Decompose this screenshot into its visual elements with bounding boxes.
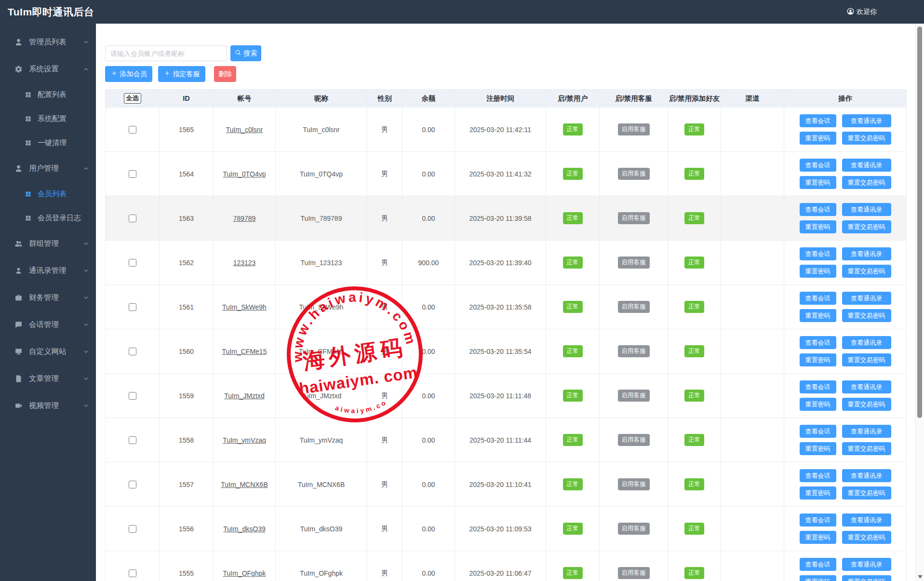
friend-status-badge[interactable]: 正常 bbox=[684, 434, 704, 446]
account-link[interactable]: TuIm_MCNX6B bbox=[221, 481, 268, 488]
sidebar-item-finance-management[interactable]: 财务管理 bbox=[0, 284, 96, 311]
sidebar-item-config-list[interactable]: 配置列表 bbox=[0, 82, 96, 107]
view-session-button[interactable]: 查看会话 bbox=[800, 558, 836, 571]
reset-password-button[interactable]: 重置密码 bbox=[800, 309, 836, 322]
service-status-badge[interactable]: 启用客服 bbox=[618, 301, 650, 313]
account-link[interactable]: TuIm_c0lsnr bbox=[226, 126, 263, 134]
reset-password-button[interactable]: 重置密码 bbox=[800, 575, 836, 581]
select-all-button[interactable]: 全选 bbox=[124, 93, 141, 104]
reset-trade-password-button[interactable]: 重置交易密码 bbox=[842, 265, 891, 278]
delete-button[interactable]: 删除 bbox=[214, 66, 236, 82]
friend-status-badge[interactable]: 正常 bbox=[684, 390, 704, 402]
user-status-badge[interactable]: 正常 bbox=[563, 345, 583, 357]
view-contacts-button[interactable]: 查看通讯录 bbox=[842, 513, 891, 527]
welcome-user[interactable]: 欢迎你 bbox=[846, 0, 877, 24]
search-button[interactable]: 搜索 bbox=[230, 45, 261, 61]
reset-password-button[interactable]: 重置密码 bbox=[800, 353, 836, 366]
friend-status-badge[interactable]: 正常 bbox=[684, 567, 704, 579]
view-contacts-button[interactable]: 查看通讯录 bbox=[842, 469, 891, 482]
sidebar-item-one-click-clean[interactable]: 一键清理 bbox=[0, 131, 96, 155]
reset-password-button[interactable]: 重置密码 bbox=[800, 220, 836, 233]
service-status-badge[interactable]: 启用客服 bbox=[618, 434, 650, 446]
view-contacts-button[interactable]: 查看通讯录 bbox=[842, 380, 891, 393]
reset-trade-password-button[interactable]: 重置交易密码 bbox=[842, 353, 891, 366]
sidebar-item-session-management[interactable]: 会话管理 bbox=[0, 311, 96, 338]
user-status-badge[interactable]: 正常 bbox=[563, 257, 583, 269]
friend-status-badge[interactable]: 正常 bbox=[684, 123, 704, 135]
add-member-button[interactable]: 添加会员 bbox=[105, 66, 152, 82]
service-status-badge[interactable]: 启用客服 bbox=[618, 523, 650, 535]
sidebar-item-video-management[interactable]: 视频管理 bbox=[0, 392, 96, 419]
view-contacts-button[interactable]: 查看通讯录 bbox=[842, 203, 891, 216]
reset-trade-password-button[interactable]: 重置交易密码 bbox=[842, 575, 891, 581]
row-checkbox[interactable] bbox=[129, 481, 136, 488]
sidebar-item-admin-list[interactable]: 管理员列表 bbox=[0, 28, 96, 55]
search-input[interactable] bbox=[105, 45, 227, 61]
service-status-badge[interactable]: 启用客服 bbox=[618, 168, 650, 180]
user-status-badge[interactable]: 正常 bbox=[563, 434, 583, 446]
reset-trade-password-button[interactable]: 重置交易密码 bbox=[842, 132, 891, 145]
sidebar-item-member-list[interactable]: 会员列表 bbox=[0, 182, 96, 206]
sidebar-item-system-settings[interactable]: 系统设置 bbox=[0, 55, 96, 82]
view-session-button[interactable]: 查看会话 bbox=[800, 513, 836, 527]
service-status-badge[interactable]: 启用客服 bbox=[618, 567, 650, 579]
view-contacts-button[interactable]: 查看通讯录 bbox=[842, 292, 891, 305]
sidebar-item-member-login-log[interactable]: 会员登录日志 bbox=[0, 206, 96, 230]
view-session-button[interactable]: 查看会话 bbox=[800, 380, 836, 393]
sidebar-item-system-config[interactable]: 系统配置 bbox=[0, 107, 96, 131]
friend-status-badge[interactable]: 正常 bbox=[684, 478, 704, 490]
account-link[interactable]: TuIm_0TQ4vp bbox=[223, 170, 266, 178]
scrollbar[interactable] bbox=[915, 24, 924, 581]
reset-trade-password-button[interactable]: 重置交易密码 bbox=[842, 176, 891, 189]
account-link[interactable]: 123123 bbox=[233, 259, 256, 267]
account-link[interactable]: TuIm_SkWe9h bbox=[222, 303, 267, 311]
account-link[interactable]: TuIm_JMztxd bbox=[224, 392, 265, 400]
view-session-button[interactable]: 查看会话 bbox=[800, 425, 836, 438]
service-status-badge[interactable]: 启用客服 bbox=[618, 123, 650, 135]
sidebar-item-contacts-management[interactable]: 通讯录管理 bbox=[0, 257, 96, 284]
account-link[interactable]: TuIm_dksO39 bbox=[223, 525, 265, 533]
user-status-badge[interactable]: 正常 bbox=[563, 478, 583, 490]
reset-trade-password-button[interactable]: 重置交易密码 bbox=[842, 309, 891, 322]
sidebar-item-group-management[interactable]: 群组管理 bbox=[0, 230, 96, 257]
assign-service-button[interactable]: 指定客服 bbox=[158, 66, 205, 82]
view-session-button[interactable]: 查看会话 bbox=[800, 203, 836, 216]
friend-status-badge[interactable]: 正常 bbox=[684, 168, 704, 180]
view-contacts-button[interactable]: 查看通讯录 bbox=[842, 336, 891, 349]
service-status-badge[interactable]: 启用客服 bbox=[618, 478, 650, 490]
reset-password-button[interactable]: 重置密码 bbox=[800, 531, 836, 544]
row-checkbox[interactable] bbox=[129, 126, 136, 134]
view-session-button[interactable]: 查看会话 bbox=[800, 469, 836, 482]
friend-status-badge[interactable]: 正常 bbox=[684, 523, 704, 535]
reset-trade-password-button[interactable]: 重置交易密码 bbox=[842, 486, 891, 500]
sidebar-item-custom-website[interactable]: 自定义网站 bbox=[0, 338, 96, 365]
row-checkbox[interactable] bbox=[129, 392, 136, 400]
user-status-badge[interactable]: 正常 bbox=[563, 567, 583, 579]
view-session-button[interactable]: 查看会话 bbox=[800, 247, 836, 260]
view-session-button[interactable]: 查看会话 bbox=[800, 336, 836, 349]
user-status-badge[interactable]: 正常 bbox=[563, 301, 583, 313]
view-contacts-button[interactable]: 查看通讯录 bbox=[842, 558, 891, 571]
row-checkbox[interactable] bbox=[129, 436, 136, 444]
user-status-badge[interactable]: 正常 bbox=[563, 212, 583, 224]
view-contacts-button[interactable]: 查看通讯录 bbox=[842, 159, 891, 172]
reset-trade-password-button[interactable]: 重置交易密码 bbox=[842, 220, 891, 233]
reset-password-button[interactable]: 重置密码 bbox=[800, 132, 836, 145]
row-checkbox[interactable] bbox=[129, 215, 136, 222]
row-checkbox[interactable] bbox=[129, 569, 136, 577]
user-status-badge[interactable]: 正常 bbox=[563, 523, 583, 535]
reset-trade-password-button[interactable]: 重置交易密码 bbox=[842, 531, 891, 544]
row-checkbox[interactable] bbox=[129, 525, 136, 533]
friend-status-badge[interactable]: 正常 bbox=[684, 257, 704, 269]
reset-password-button[interactable]: 重置密码 bbox=[800, 265, 836, 278]
reset-password-button[interactable]: 重置密码 bbox=[800, 486, 836, 500]
row-checkbox[interactable] bbox=[129, 170, 136, 178]
view-session-button[interactable]: 查看会话 bbox=[800, 114, 836, 127]
account-link[interactable]: TuIm_ymVzaq bbox=[223, 436, 266, 444]
row-checkbox[interactable] bbox=[129, 348, 136, 355]
view-session-button[interactable]: 查看会话 bbox=[800, 159, 836, 172]
view-contacts-button[interactable]: 查看通讯录 bbox=[842, 114, 891, 127]
reset-trade-password-button[interactable]: 重置交易密码 bbox=[842, 442, 891, 455]
scrollbar-thumb[interactable] bbox=[917, 27, 922, 418]
view-contacts-button[interactable]: 查看通讯录 bbox=[842, 247, 891, 260]
